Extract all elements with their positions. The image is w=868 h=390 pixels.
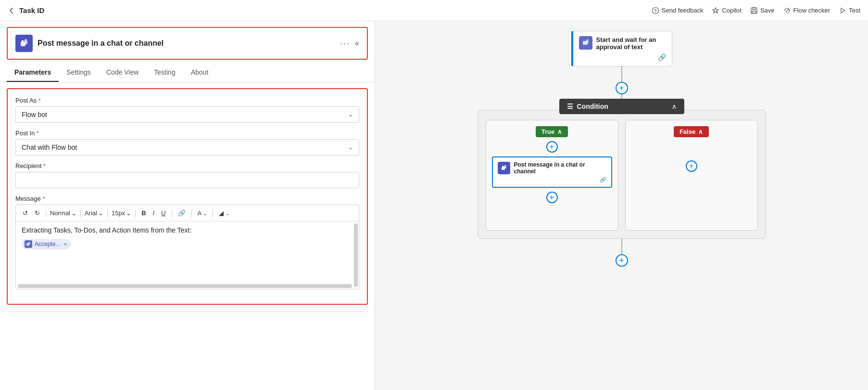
condition-title-label: Condition xyxy=(577,103,608,110)
size-dropdown[interactable]: 15px ⌄ xyxy=(112,209,131,217)
post-card-row: Post message in a chat or channel xyxy=(498,161,606,175)
toolbar-separator-2 xyxy=(80,209,81,217)
message-editor: ↺ ↻ Normal ⌄ Arial ⌄ xyxy=(15,205,359,289)
true-badge-container: True ∧ xyxy=(492,126,612,137)
condition-collapse-icon[interactable]: ∧ xyxy=(672,103,677,110)
parameters-form: Post As * Flow bot ⌄ Post In * Chat with… xyxy=(7,88,368,305)
redo-button[interactable]: ↻ xyxy=(33,208,42,218)
tab-parameters[interactable]: Parameters xyxy=(7,64,59,82)
svg-rect-3 xyxy=(753,8,755,10)
recipient-input[interactable] xyxy=(15,172,359,188)
font-color-button[interactable]: A ⌄ xyxy=(196,208,209,218)
post-in-value: Chat with Flow bot xyxy=(22,143,77,151)
svg-rect-15 xyxy=(504,166,506,169)
condition-title-bar: ☰ Condition ∧ xyxy=(559,99,684,114)
post-as-select[interactable]: Flow bot ⌄ xyxy=(15,106,359,123)
copilot-button[interactable]: Copilot xyxy=(712,7,741,14)
svg-point-7 xyxy=(25,39,27,41)
undo-button[interactable]: ↺ xyxy=(21,208,30,218)
tab-codeview[interactable]: Code View xyxy=(99,64,146,82)
post-as-field: Post As * Flow bot ⌄ xyxy=(15,97,359,123)
message-label: Message * xyxy=(15,195,359,202)
left-panel: Post message in a chat or channel ··· « … xyxy=(0,21,375,390)
editor-toolbar: ↺ ↻ Normal ⌄ Arial ⌄ xyxy=(16,205,359,221)
send-feedback-label: Send feedback xyxy=(662,7,704,14)
more-options-button[interactable]: ··· xyxy=(340,39,350,49)
horizontal-scrollbar[interactable] xyxy=(18,284,352,288)
true-bottom-add-button[interactable]: + xyxy=(546,192,558,203)
true-badge[interactable]: True ∧ xyxy=(536,126,568,137)
svg-point-8 xyxy=(22,40,24,43)
font-label: Arial xyxy=(85,209,97,217)
post-card-title: Post message in a chat or channel xyxy=(514,161,606,175)
topbar-left: Task ID xyxy=(8,6,44,14)
bold-button[interactable]: B xyxy=(139,208,148,218)
approval-icon xyxy=(579,36,592,50)
after-condition-line xyxy=(621,239,622,254)
toolbar-separator-3 xyxy=(107,209,108,217)
message-field: Message * ↺ ↻ Normal ⌄ Arial xyxy=(15,195,359,289)
page-title: Task ID xyxy=(19,6,44,14)
add-step-button-1[interactable]: + xyxy=(616,82,628,94)
accepted-tag: Accepte... × xyxy=(22,239,71,249)
feedback-icon xyxy=(652,7,659,14)
action-header: Post message in a chat or channel ··· « xyxy=(7,27,368,60)
save-label: Save xyxy=(760,7,775,14)
toolbar-separator-1 xyxy=(46,209,46,217)
topbar: Task ID Send feedback Copilot Save xyxy=(0,0,868,21)
false-add-only: + xyxy=(631,137,752,176)
teams-icon xyxy=(15,35,33,52)
svg-point-1 xyxy=(655,12,655,13)
toolbar-separator-4 xyxy=(135,209,136,217)
main-layout: Post message in a chat or channel ··· « … xyxy=(0,21,868,390)
after-condition-add-button[interactable]: + xyxy=(616,254,628,267)
true-add-button[interactable]: + xyxy=(546,141,558,153)
post-in-label: Post In * xyxy=(15,130,359,137)
true-branch: True ∧ + xyxy=(486,120,618,231)
false-badge-container: False ∧ xyxy=(631,126,752,137)
false-add-button[interactable]: + xyxy=(686,160,697,172)
tag-icon xyxy=(25,240,32,248)
post-as-value: Flow bot xyxy=(22,111,47,118)
editor-body[interactable]: Extracting Tasks, To-Dos, and Action Ite… xyxy=(16,221,359,289)
collapse-button[interactable]: « xyxy=(355,39,359,48)
true-label: True xyxy=(541,128,554,135)
save-icon xyxy=(750,7,758,14)
condition-icon: ☰ xyxy=(567,103,573,110)
svg-point-16 xyxy=(504,165,506,167)
tabs-bar: Parameters Settings Code View Testing Ab… xyxy=(0,64,375,82)
copilot-icon xyxy=(712,7,719,14)
post-in-select[interactable]: Chat with Flow bot ⌄ xyxy=(15,139,359,156)
save-button[interactable]: Save xyxy=(750,7,775,14)
false-badge[interactable]: False ∧ xyxy=(674,126,709,137)
approval-card: Start and wait for an approval of text 🔗 xyxy=(571,31,672,66)
test-label: Test xyxy=(849,7,860,14)
test-button[interactable]: Test xyxy=(839,7,860,14)
approval-link-icon: 🔗 xyxy=(579,53,666,61)
font-dropdown[interactable]: Arial ⌄ xyxy=(85,209,103,217)
italic-button[interactable]: I xyxy=(151,208,157,218)
chevron-down-icon: ⌄ xyxy=(348,144,353,151)
svg-point-17 xyxy=(502,166,504,168)
toolbar-separator-5 xyxy=(172,209,172,217)
underline-button[interactable]: U xyxy=(159,208,167,218)
send-feedback-button[interactable]: Send feedback xyxy=(652,7,704,14)
flow-checker-icon xyxy=(783,7,791,14)
tag-remove-button[interactable]: × xyxy=(63,241,66,247)
tab-testing[interactable]: Testing xyxy=(146,64,183,82)
back-icon xyxy=(8,7,15,14)
back-button[interactable] xyxy=(8,7,15,14)
vertical-scrollbar[interactable] xyxy=(354,223,358,287)
editor-tag-container: Accepte... × xyxy=(22,239,353,249)
tab-about[interactable]: About xyxy=(183,64,216,82)
flow-checker-button[interactable]: Flow checker xyxy=(783,7,830,14)
font-chevron-icon: ⌄ xyxy=(98,209,103,217)
false-branch: False ∧ + xyxy=(625,120,758,231)
action-header-left: Post message in a chat or channel xyxy=(15,35,164,52)
size-chevron-icon: ⌄ xyxy=(126,209,131,217)
action-header-right: ··· « xyxy=(340,39,359,49)
format-dropdown[interactable]: Normal ⌄ xyxy=(50,209,76,217)
tab-settings[interactable]: Settings xyxy=(59,64,99,82)
highlight-button[interactable]: ◢ ⌄ xyxy=(217,208,231,218)
link-button[interactable]: 🔗 xyxy=(176,208,188,218)
